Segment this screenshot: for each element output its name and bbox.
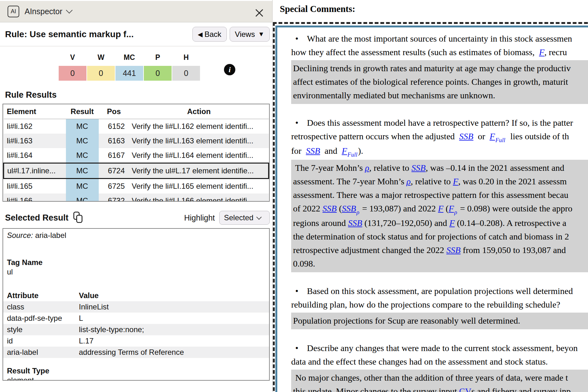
question-bullet: •Based on this stock assessment, are pop… bbox=[291, 284, 588, 311]
cell-res: MC bbox=[66, 193, 99, 202]
attribute-value: L.17 bbox=[79, 337, 94, 345]
document-content: •What are the most important sources of … bbox=[277, 27, 588, 392]
attribute-row: stylelist-style-type:none; bbox=[3, 324, 269, 335]
summary-w: W0 bbox=[87, 53, 115, 81]
back-button[interactable]: ◀ Back bbox=[192, 27, 227, 42]
inline-link[interactable]: F bbox=[449, 218, 455, 228]
inline-link[interactable]: SSB bbox=[459, 131, 473, 141]
doc-line: •Based on this stock assessment, are pop… bbox=[291, 284, 588, 298]
inline-link[interactable]: F bbox=[453, 176, 458, 186]
summary-mc: MC441 bbox=[115, 53, 143, 81]
results-summary: V0W0MC441P0H0 bbox=[59, 53, 272, 81]
text-segment: , was 0.20 in the 2021 assessm bbox=[458, 176, 567, 186]
inline-link[interactable]: ρ bbox=[365, 163, 369, 173]
inline-link[interactable]: F bbox=[449, 204, 454, 213]
inline-link[interactable]: SSB bbox=[306, 146, 320, 156]
table-row[interactable]: li#li.162MC6152Verify the li#LI.162 elem… bbox=[4, 119, 269, 134]
text-segment: Based on this stock assessment, are popu… bbox=[307, 286, 573, 296]
close-icon[interactable] bbox=[255, 8, 264, 18]
cell-el: li#li.166 bbox=[4, 193, 66, 202]
rule-title: Rule: Use semantic markup f... bbox=[5, 29, 190, 39]
inline-link[interactable]: ρ bbox=[407, 176, 411, 186]
doc-line: •Does this assessment model have a retro… bbox=[291, 116, 588, 130]
summary-value: 0 bbox=[172, 66, 200, 81]
table-row-selected[interactable]: ul#l.17.inline...MC6724Verify the ul#L.1… bbox=[4, 163, 269, 179]
inline-link[interactable]: F bbox=[490, 131, 495, 141]
inline-link[interactable]: F bbox=[539, 47, 544, 57]
doc-line: •What are the most important sources of … bbox=[291, 32, 588, 45]
doc-line: assessment. There was a major retrospect… bbox=[293, 188, 588, 202]
table-row[interactable]: li#li.166MC6732Verify the li#LI.166 elem… bbox=[4, 193, 269, 202]
link-subscript[interactable]: ρ bbox=[356, 209, 359, 216]
bullet-icon: • bbox=[291, 116, 307, 130]
summary-value: 0 bbox=[59, 66, 86, 81]
table-row[interactable]: li#li.165MC6725Verify the li#LI.165 elem… bbox=[4, 179, 269, 194]
inline-link[interactable]: SSB bbox=[348, 218, 362, 228]
link-subscript[interactable]: Full bbox=[495, 137, 505, 143]
attribute-name: style bbox=[7, 325, 79, 334]
text-segment: No major changes, other than the additio… bbox=[293, 373, 568, 383]
inline-link[interactable]: F bbox=[438, 204, 444, 213]
views-button[interactable]: Views ▼ bbox=[230, 27, 270, 42]
cell-res: MC bbox=[66, 179, 99, 194]
table-row[interactable]: li#li.163MC6163Verify the li#LI.163 elem… bbox=[4, 134, 269, 148]
text-segment: the determination of stock status and fo… bbox=[293, 232, 569, 241]
link-subscript[interactable]: ρ bbox=[454, 209, 457, 216]
text-segment: = 193,087) and 2022 bbox=[360, 204, 438, 213]
question-bullet: •Does this assessment model have a retro… bbox=[291, 116, 588, 159]
bullet-icon: • bbox=[291, 32, 307, 45]
cell-res: MC bbox=[66, 148, 99, 163]
highlight-select-value: Selected bbox=[224, 213, 253, 222]
summary-v: V0 bbox=[59, 53, 86, 81]
cell-el: li#li.163 bbox=[4, 134, 66, 148]
value-column-header: Value bbox=[79, 291, 99, 300]
inline-link[interactable]: CV bbox=[459, 386, 471, 392]
text-segment: data and the effect these changes had on… bbox=[291, 357, 548, 366]
text-segment: (131,720–192,050) and bbox=[362, 218, 449, 228]
answer-paragraph: Declining trends in growth rates and mat… bbox=[291, 60, 588, 104]
question-bullet: •Describe any changes that were made to … bbox=[291, 341, 588, 368]
attribute-column-header: Attribute bbox=[7, 291, 79, 300]
inline-link[interactable]: SSB bbox=[322, 204, 337, 213]
inline-link[interactable]: SSB bbox=[342, 204, 356, 213]
summary-h: H0 bbox=[172, 53, 200, 81]
table-header-row: Element Result Pos Action bbox=[4, 104, 269, 119]
question-bullet: •What are the most important sources of … bbox=[291, 32, 588, 59]
summary-label: P bbox=[144, 53, 172, 62]
answer-paragraph: No major changes, other than the additio… bbox=[291, 370, 588, 392]
info-icon[interactable]: i bbox=[224, 64, 235, 75]
doc-line: of 2022 SSB (SSBρ = 193,087) and 2022 F … bbox=[293, 202, 588, 216]
app-logo: AI bbox=[8, 6, 19, 17]
cell-el: li#li.164 bbox=[4, 148, 66, 163]
views-button-label: Views bbox=[235, 30, 255, 39]
doc-line: assessment. The 7-year Mohn’s ρ, relativ… bbox=[293, 175, 588, 188]
cell-res: MC bbox=[66, 119, 99, 134]
ainspector-panel: AI AInspector Rule: Use semantic markup … bbox=[0, 0, 273, 392]
link-subscript[interactable]: Full bbox=[347, 151, 357, 158]
text-segment: Describe any changes that were made to t… bbox=[307, 343, 578, 353]
doc-line: regions around SSB (131,720–192,050) and… bbox=[293, 216, 588, 230]
inline-link[interactable]: F bbox=[342, 146, 347, 156]
cell-act: Verify the li#LI.164 element identifi... bbox=[129, 148, 269, 163]
doc-line: •Describe any changes that were made to … bbox=[291, 341, 588, 355]
attribute-value: list-style-type:none; bbox=[79, 325, 144, 334]
text-segment: Declining trends in growth rates and mat… bbox=[293, 63, 571, 73]
highlight-select[interactable]: Selected bbox=[219, 211, 270, 225]
attribute-row: data-pdf-se-typeL bbox=[3, 313, 269, 324]
table-row[interactable]: li#li.164MC6167Verify the li#LI.164 elem… bbox=[4, 148, 269, 163]
doc-line: affect estimates of the biological refer… bbox=[293, 75, 588, 89]
back-arrow-icon: ◀ bbox=[198, 31, 203, 38]
text-segment: s and fishery and survey inp bbox=[471, 386, 571, 392]
chevron-down-icon[interactable] bbox=[66, 7, 72, 14]
column-header-result: Result bbox=[66, 104, 99, 119]
text-segment: What are the most important sources of u… bbox=[307, 34, 572, 43]
inline-link[interactable]: SSB bbox=[446, 245, 461, 255]
selected-result-details: Source: aria-label Tag Name ul Attribute… bbox=[3, 228, 270, 381]
cell-el: ul#l.17.inline... bbox=[4, 163, 66, 179]
doc-line: No major changes, other than the additio… bbox=[293, 371, 588, 384]
copy-icon[interactable] bbox=[73, 211, 84, 225]
inline-link[interactable]: SSB bbox=[411, 163, 426, 173]
attribute-value: InlineList bbox=[79, 303, 109, 311]
doc-line: Declining trends in growth rates and mat… bbox=[293, 61, 588, 75]
rule-results-heading: Rule Results bbox=[5, 90, 272, 100]
